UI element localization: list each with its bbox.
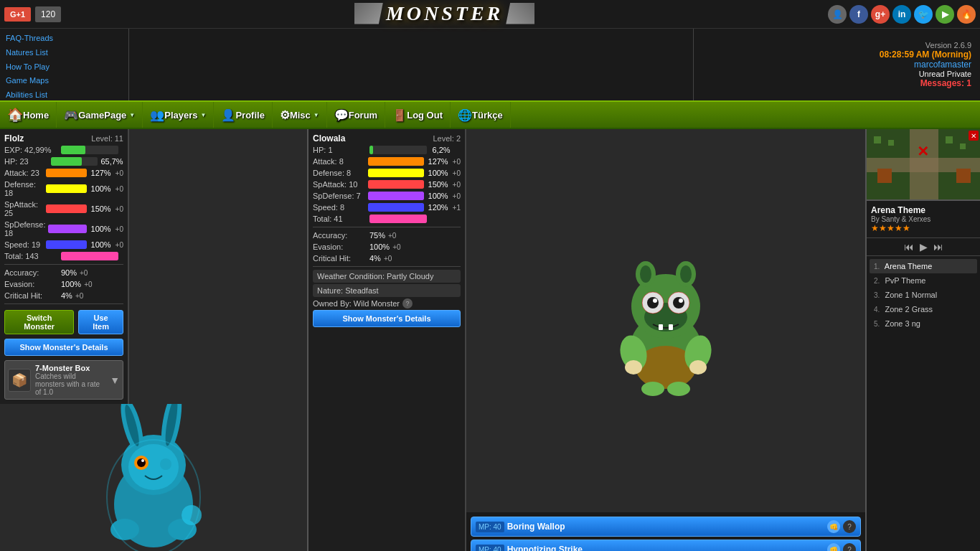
fast-forward-button[interactable]: ⏭: [933, 241, 943, 253]
svg-point-28: [679, 298, 683, 303]
howtoplay-link[interactable]: How To Play: [6, 60, 123, 75]
social-icons-bar: 👤 f g+ in 🐦 ▶ 🔥: [828, 5, 976, 24]
player-stats-panel: Flolz Level: 11 EXP: 42,99% HP: 23: [0, 129, 129, 404]
time-text: 08:28:59 AM (Morning): [880, 50, 971, 60]
enemy-speed-bar: [368, 203, 424, 212]
rewind-button[interactable]: ⏮: [904, 241, 914, 253]
arena-name: Arena Theme: [871, 205, 976, 215]
play-pause-button[interactable]: ▶: [920, 241, 928, 253]
music-item-0[interactable]: 1. Arena Theme: [870, 259, 977, 273]
defense-bar: [46, 184, 87, 193]
use-item-button[interactable]: Use Item: [78, 310, 123, 334]
enemy-spdefense-mod: +0: [453, 192, 461, 200]
weather-text: Weather Condition: Partly Cloudy: [317, 272, 456, 281]
spattack-bar-container: [46, 204, 87, 213]
spdefense-bar-container: [48, 225, 86, 233]
svg-point-9: [141, 459, 144, 462]
google-plus-icon[interactable]: g+: [871, 5, 890, 24]
defense-label: Defense: 18: [4, 180, 43, 197]
show-enemy-details-button[interactable]: Show Monster's Details: [313, 310, 461, 327]
nav-profile[interactable]: 👤 Profile: [214, 102, 272, 128]
linkedin-icon[interactable]: in: [892, 5, 911, 24]
switch-monster-button[interactable]: Switch Monster: [4, 310, 74, 334]
enemy-speed-mod: +1: [453, 204, 461, 212]
svg-point-10: [160, 458, 171, 470]
username-text: marcofamaster: [914, 60, 971, 70]
nav-forum[interactable]: 💬 Forum: [327, 102, 385, 128]
enemy-side: Clowala Level: 2 HP: 1 6,2% Attack: 8: [308, 129, 865, 551]
unread-text: Unread Private: [919, 70, 971, 78]
profile-icon[interactable]: 👤: [828, 5, 847, 24]
enemy-hp-label: HP: 1: [313, 146, 367, 154]
enemy-hp-bar-container: [369, 146, 427, 154]
music-list: 1. Arena Theme 2. PvP Theme 3. Zone 1 No…: [867, 256, 980, 551]
total-bar: [61, 252, 118, 260]
enemy-move-info-0[interactable]: ?: [843, 520, 856, 533]
audio-controls: ⏮ ▶ ⏭: [867, 238, 980, 256]
svg-point-36: [689, 360, 707, 375]
g1-button[interactable]: G+1: [4, 7, 31, 22]
play-icon[interactable]: ▶: [936, 5, 954, 24]
music-item-1[interactable]: 2. PvP Theme: [870, 273, 977, 288]
twitter-icon[interactable]: 🐦: [914, 5, 933, 24]
item-icon: 📦: [8, 369, 31, 392]
hp-bar: [51, 157, 82, 166]
enemy-spdefense-bar: [368, 192, 424, 200]
enemy-move-info-1[interactable]: ?: [843, 543, 856, 551]
evasion-mod: +0: [84, 281, 92, 288]
enemy-monster-view: [466, 129, 865, 512]
enemy-speed-val: 120%: [427, 203, 450, 212]
svg-text:✕: ✕: [917, 143, 929, 159]
enemy-monster-name: Clowala: [313, 133, 345, 143]
gamemaps-link[interactable]: Game Maps: [6, 74, 123, 88]
monster-icon[interactable]: 🔥: [957, 5, 976, 24]
hp-row: HP: 23 65,7%: [4, 157, 123, 166]
enemy-spdefense-val: 100%: [427, 192, 450, 200]
attack-bar-container: [46, 169, 87, 177]
facebook-icon[interactable]: f: [849, 5, 868, 24]
spdefense-mod: +0: [116, 225, 123, 233]
nav-language[interactable]: 🌐 Türkçe: [451, 102, 511, 128]
svg-rect-32: [669, 324, 673, 330]
faq-link[interactable]: FAQ-Threads: [6, 32, 123, 46]
enemy-evasion-row: Evasion: 100% +0: [313, 242, 461, 251]
enemy-move-type-1: 👊: [827, 543, 840, 551]
attack-mod: +0: [116, 169, 123, 177]
map-close-button[interactable]: ✕: [969, 131, 979, 141]
accuracy-label: Accuracy:: [4, 268, 58, 277]
accuracy-val: 90%: [61, 268, 77, 277]
nav-misc[interactable]: ⚙ Misc ▼: [273, 102, 327, 128]
svg-point-34: [625, 360, 642, 375]
spattack-label: SpAttack: 25: [4, 200, 43, 217]
enemy-attack-val: 127%: [427, 157, 450, 166]
enemy-defense-mod: +0: [453, 169, 461, 177]
hp-val: 65,7%: [100, 157, 123, 166]
nav-home[interactable]: 🏠 Home: [0, 102, 57, 128]
enemy-spattack-mod: +0: [453, 181, 461, 189]
speed-label: Speed: 19: [4, 240, 43, 249]
g1-count: 120: [35, 6, 61, 22]
enemy-accuracy-mod: +0: [388, 232, 396, 240]
defense-bar-container: [46, 184, 87, 193]
nav-logout[interactable]: 🚪 Log Out: [385, 102, 451, 128]
music-item-3[interactable]: 4. Zone 2 Grass: [870, 302, 977, 316]
nav-players[interactable]: 👥 Players ▼: [143, 102, 214, 128]
item-dropdown-arrow[interactable]: ▼: [110, 375, 120, 386]
music-item-2[interactable]: 3. Zone 1 Normal: [870, 288, 977, 302]
enemy-spdefense-row: SpDefense: 7 100% +0: [313, 192, 461, 200]
enemy-attack-row: Attack: 8 127% +0: [313, 157, 461, 166]
natures-link[interactable]: Natures List: [6, 46, 123, 60]
speed-row: Speed: 19 100% +0: [4, 240, 123, 249]
enemy-stats-panel: Clowala Level: 2 HP: 1 6,2% Attack: 8: [308, 129, 466, 551]
show-player-details-button[interactable]: Show Monster's Details: [4, 339, 123, 356]
critical-mod: +0: [75, 292, 83, 300]
music-item-4[interactable]: 5. Zone 3 ng: [870, 316, 977, 331]
nav-gamepage[interactable]: 🎮 GamePage ▼: [57, 102, 143, 128]
owned-by-text: Owned By: Wild Monster: [313, 299, 400, 308]
enemy-move-0: MP: 40 Boring Wallop 👊 ?: [471, 517, 861, 537]
enemy-defense-val: 100%: [427, 169, 450, 177]
svg-rect-44: [946, 136, 953, 143]
item-desc: Catches wild monsters with a rate of 1.0: [35, 372, 105, 396]
header-area: FAQ-Threads Natures List How To Play Gam…: [0, 29, 980, 100]
owned-info-icon[interactable]: ?: [402, 298, 413, 309]
